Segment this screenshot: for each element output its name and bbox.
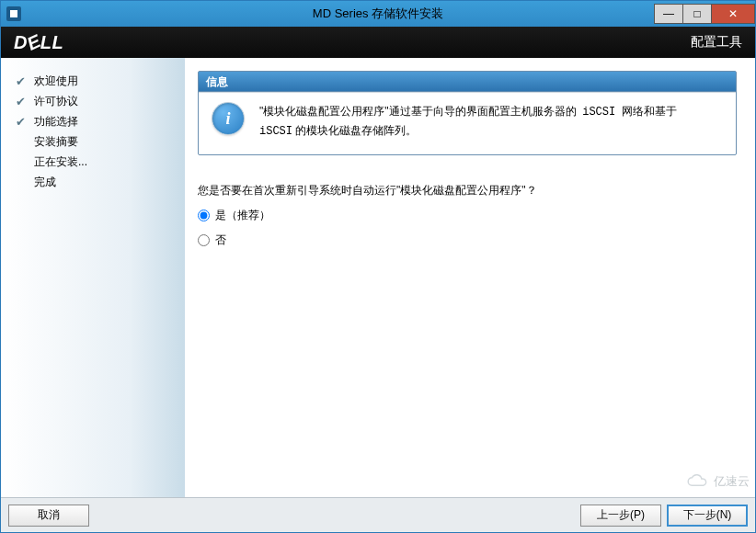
sidebar: ✔欢迎使用 ✔许可协议 ✔功能选择 安装摘要 正在安装... 完成 <box>1 58 185 497</box>
titlebar: MD Series 存储软件安装 — □ ✕ <box>1 1 755 27</box>
step-complete: 完成 <box>16 172 185 192</box>
info-panel: 信息 i "模块化磁盘配置公用程序"通过基于向导的界面配置主机服务器的 iSCS… <box>198 71 737 155</box>
cancel-button[interactable]: 取消 <box>8 505 89 527</box>
step-summary: 安装摘要 <box>16 131 185 152</box>
footer: 取消 上一步(P) 下一步(N) <box>1 497 755 532</box>
check-icon: ✔ <box>16 74 30 88</box>
step-label: 欢迎使用 <box>34 74 78 89</box>
watermark-text: 亿速云 <box>714 473 750 490</box>
prev-button[interactable]: 上一步(P) <box>580 505 661 527</box>
info-text: "模块化磁盘配置公用程序"通过基于向导的界面配置主机服务器的 iSCSI 网络和… <box>259 102 677 142</box>
content-area: 信息 i "模块化磁盘配置公用程序"通过基于向导的界面配置主机服务器的 iSCS… <box>185 58 755 497</box>
maximize-button[interactable]: □ <box>682 4 712 24</box>
question-text: 您是否要在首次重新引导系统时自动运行"模块化磁盘配置公用程序"？ <box>198 183 737 198</box>
radio-no-label: 否 <box>215 232 226 248</box>
next-button[interactable]: 下一步(N) <box>667 505 748 527</box>
radio-yes[interactable]: 是（推荐） <box>198 208 737 223</box>
info-icon: i <box>212 102 245 135</box>
radio-no[interactable]: 否 <box>198 232 737 248</box>
radio-yes-label: 是（推荐） <box>215 208 270 223</box>
step-welcome: ✔欢迎使用 <box>16 71 185 91</box>
step-label: 安装摘要 <box>34 134 78 150</box>
check-icon: ✔ <box>16 115 30 129</box>
step-feature: ✔功能选择 <box>16 111 185 131</box>
dell-logo: DELL <box>14 32 63 53</box>
header-bar: DELL 配置工具 <box>1 27 755 58</box>
watermark: 亿速云 <box>679 470 755 493</box>
step-installing: 正在安装... <box>16 152 185 172</box>
radio-no-input[interactable] <box>198 234 210 246</box>
svg-rect-0 <box>10 10 17 17</box>
step-label: 功能选择 <box>34 114 78 130</box>
close-button[interactable]: ✕ <box>711 4 755 24</box>
app-icon <box>6 6 21 21</box>
check-icon: ✔ <box>16 95 30 108</box>
info-heading: 信息 <box>199 72 736 92</box>
minimize-button[interactable]: — <box>654 4 683 24</box>
step-license: ✔许可协议 <box>16 91 185 111</box>
step-label: 完成 <box>34 175 56 190</box>
window-title: MD Series 存储软件安装 <box>313 6 443 22</box>
step-label: 正在安装... <box>34 154 87 170</box>
main-area: ✔欢迎使用 ✔许可协议 ✔功能选择 安装摘要 正在安装... 完成 信息 i "… <box>1 58 755 497</box>
installer-window: MD Series 存储软件安装 — □ ✕ DELL 配置工具 ✔欢迎使用 ✔… <box>0 0 756 533</box>
window-controls: — □ ✕ <box>655 4 755 24</box>
info-body: i "模块化磁盘配置公用程序"通过基于向导的界面配置主机服务器的 iSCSI 网… <box>199 92 736 154</box>
cloud-icon <box>684 473 710 490</box>
step-label: 许可协议 <box>34 94 78 109</box>
radio-yes-input[interactable] <box>198 210 210 221</box>
header-subtitle: 配置工具 <box>691 34 742 51</box>
